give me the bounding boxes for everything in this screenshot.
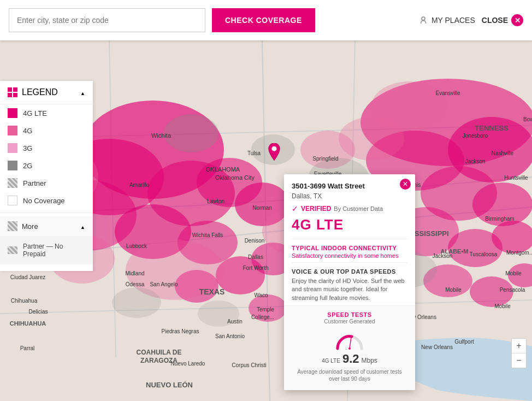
map-container[interactable]: Wichita OKLAHOMA Oklahoma City Amarillo … [0,40,532,401]
svg-point-32 [371,81,448,131]
svg-text:Midland: Midland [125,270,144,276]
speed-subtitle: Customer Generated [292,319,407,325]
legend-toggle[interactable]: LEGEND [0,81,93,104]
svg-point-0 [422,17,425,20]
my-places-button[interactable]: MY PLACES [418,8,475,32]
svg-text:Jackson: Jackson [465,158,486,164]
verified-row: ✓ VERIFIED By Customer Data [292,204,407,213]
zoom-out-button[interactable]: − [512,353,526,368]
info-popup: ✕ 3501-3699 Watt Street Dallas, TX ✓ VER… [284,174,415,390]
legend-label-4g: 4G [23,127,32,135]
svg-text:Nuevo Laredo: Nuevo Laredo [171,361,205,367]
svg-text:Corpus Christi: Corpus Christi [232,362,266,368]
svg-text:San Angelo: San Angelo [150,281,178,287]
svg-text:Temple: Temple [257,306,275,312]
legend-label-2g: 2G [23,162,32,170]
voice-section: VOICE & OUR TOP DATA SPEEDS Enjoy the cl… [292,262,407,305]
voice-title: VOICE & OUR TOP DATA SPEEDS [292,268,407,275]
list-item: 4G [0,122,93,139]
svg-text:Austin: Austin [227,319,243,325]
info-close-button[interactable]: ✕ [400,179,411,190]
svg-text:Ciudad Juarez: Ciudad Juarez [10,274,45,280]
svg-text:Amarillo: Amarillo [129,182,150,188]
svg-text:Norman: Norman [252,205,272,211]
svg-text:San Antonio: San Antonio [215,333,245,339]
svg-text:Gulfport: Gulfport [454,339,474,345]
more-content: Partner — No Prepaid [0,236,93,264]
voice-desc: Enjoy the clarity of HD Voice. Surf the … [292,277,407,302]
info-body: 3501-3699 Watt Street Dallas, TX ✓ VERIF… [284,174,415,305]
svg-point-100 [272,146,277,151]
svg-text:Delicias: Delicias [28,309,48,315]
swatch-partner [8,178,17,188]
check-coverage-button[interactable]: CHECK COVERAGE [212,8,315,32]
speed-section: SPEED TESTS Customer Generated ↓ 4G LTE [284,305,415,390]
svg-text:Wichita Falls: Wichita Falls [192,232,223,238]
svg-text:Piedras Negras: Piedras Negras [162,328,199,334]
divider [0,213,93,213]
map-pin [267,143,282,165]
indoor-title: TYPICAL INDOOR CONNECTIVITY [292,245,407,251]
svg-text:College...: College... [251,314,274,320]
coverage-type-badge: 4G LTE [292,216,407,233]
svg-text:Lawton: Lawton [207,198,224,204]
list-item: 3G [0,139,93,157]
my-places-icon [418,15,428,25]
svg-text:New Orleans: New Orleans [421,344,453,350]
svg-text:↓: ↓ [345,346,347,350]
svg-text:Jonesboro: Jonesboro [463,133,488,139]
svg-text:TEXAS: TEXAS [199,287,225,296]
svg-text:Birmingham: Birmingham [485,216,514,222]
legend-label-nocoverage: No Coverage [23,197,65,205]
svg-text:Mobile: Mobile [494,303,511,309]
list-item: 2G [0,157,93,174]
more-chevron-icon [80,221,85,231]
svg-point-33 [164,114,218,152]
svg-text:Denison: Denison [245,238,265,244]
speed-unit: Mbps [361,357,377,364]
svg-point-39 [112,287,161,318]
swatch-nocoverage [8,196,17,205]
legend-label-partner: Partner [23,179,46,187]
zoom-in-button[interactable]: + [512,339,526,353]
svg-text:Odessa: Odessa [126,281,145,287]
svg-text:Mobile: Mobile [445,287,462,293]
svg-text:Tuscaloosa: Tuscaloosa [470,251,498,257]
svg-text:NUEVO LEÓN: NUEVO LEÓN [146,381,193,389]
svg-text:Huntsville: Huntsville [504,175,528,181]
legend-title: LEGEND [22,87,58,97]
close-button[interactable]: CLOSE ✕ [482,8,523,32]
svg-text:CHIHUAHUA: CHIHUAHUA [10,320,46,327]
swatch-4glte [8,108,17,118]
verified-by-text: By Customer Data [334,205,383,212]
more-label: More [22,222,38,231]
swatch-3g [8,143,17,153]
svg-text:Lubbock: Lubbock [126,243,147,249]
list-item: 4G LTE [0,104,93,122]
svg-text:Wichita: Wichita [151,132,172,139]
svg-text:TENNESS: TENNESS [475,124,509,132]
svg-text:COAHUILA DE: COAHUILA DE [137,349,182,356]
svg-text:Dallas: Dallas [248,254,263,260]
list-item: Partner — No Prepaid [8,240,85,260]
more-toggle[interactable]: More [0,216,93,236]
info-city: Dallas, TX [292,192,407,200]
speed-title: SPEED TESTS [292,311,407,318]
svg-text:Mobile: Mobile [505,270,522,276]
speed-value-row: 4G LTE 9.2 Mbps [292,352,407,366]
zoom-controls: + − [511,338,527,368]
svg-text:Pensacola: Pensacola [500,287,525,293]
svg-text:OKLAHOMA: OKLAHOMA [206,166,240,173]
search-input[interactable] [9,8,205,32]
list-item: No Coverage [0,192,93,209]
svg-text:Tulsa: Tulsa [247,150,261,156]
legend-label-3g: 3G [23,144,32,152]
swatch-4g [8,126,17,135]
legend-panel: LEGEND 4G LTE 4G 3G 2G Part [0,81,93,271]
indoor-desc: Satisfactory connectivity in some homes [292,252,407,259]
svg-text:Bowling G...: Bowling G... [523,116,532,122]
svg-text:Oklahoma City: Oklahoma City [215,174,255,181]
verified-check-icon: ✓ [292,204,298,213]
swatch-2g [8,161,17,170]
svg-text:Evansville: Evansville [435,90,460,96]
